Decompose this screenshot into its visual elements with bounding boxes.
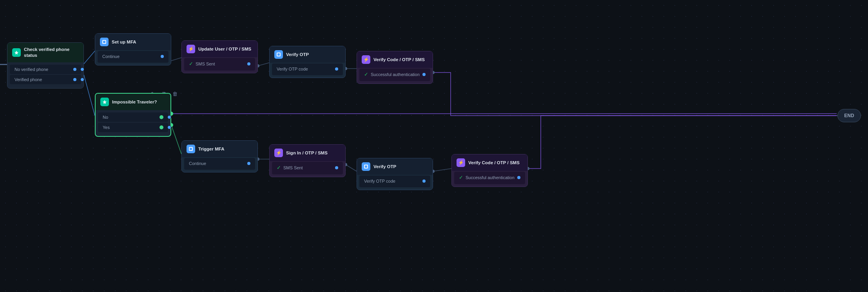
svg-line-3 [84, 75, 95, 116]
node-title: Verify Code / OTP / SMS [468, 160, 520, 166]
node-title: Check verified phone status [24, 47, 79, 58]
connector [517, 176, 520, 179]
svg-rect-22 [103, 41, 105, 43]
impossible-traveler-node[interactable]: Impossible Traveler? No Yes [95, 93, 171, 137]
svg-rect-28 [365, 165, 367, 168]
node-body: ✓ SMS Sent [272, 162, 343, 174]
node-title: Sign In / OTP / SMS [286, 150, 328, 156]
update-user-node[interactable]: ⚡ Update User / OTP / SMS ✓ SMS Sent [181, 40, 258, 73]
check-verified-phone-node[interactable]: Check verified phone status No verified … [7, 42, 84, 89]
node-body: ✓ Successful authentication [359, 69, 430, 81]
connector [335, 67, 338, 71]
connector [422, 73, 426, 76]
svg-rect-24 [277, 53, 280, 56]
svg-line-15 [346, 165, 357, 171]
blue-icon [274, 50, 283, 59]
end-node: END [837, 109, 861, 122]
node-title: Update User / OTP / SMS [198, 46, 251, 52]
connector [159, 125, 163, 129]
purple-icon: ⚡ [187, 45, 195, 53]
connector [161, 55, 164, 58]
verify-otp-top-node[interactable]: Verify OTP Verify OTP code [269, 46, 346, 78]
node-header: Verify OTP [357, 158, 433, 175]
output-no-verified: No verified phone [10, 65, 81, 74]
verify-otp-bottom-node[interactable]: Verify OTP Verify OTP code [357, 158, 433, 190]
status-icon: ✓ [459, 174, 463, 180]
node-header: Set up MFA [95, 34, 171, 50]
blue-icon [100, 38, 109, 46]
node-title: Verify Code / OTP / SMS [373, 57, 425, 63]
output-verified: Verified phone [10, 75, 81, 84]
purple-icon: ⚡ [362, 55, 370, 64]
verify-code-top-node[interactable]: ⚡ Verify Code / OTP / SMS ✓ Successful a… [357, 51, 433, 84]
connector [247, 62, 250, 65]
node-outputs: No verified phone Verified phone [7, 62, 83, 88]
svg-line-2 [84, 51, 95, 64]
setup-mfa-node[interactable]: Set up MFA Continue [95, 33, 171, 65]
node-title: Trigger MFA [198, 146, 224, 152]
connector [73, 68, 76, 71]
node-title: Set up MFA [112, 39, 136, 45]
node-body: Verify OTP code [359, 176, 430, 187]
teal-icon [12, 48, 21, 57]
purple-icon: ⚡ [274, 149, 283, 157]
svg-line-4 [171, 58, 181, 61]
connector [422, 180, 426, 183]
node-header: ⚡ Verify Code / OTP / SMS [452, 154, 527, 171]
node-body: Verify OTP code [272, 63, 343, 75]
signin-node[interactable]: ⚡ Sign In / OTP / SMS ✓ SMS Sent [269, 144, 346, 177]
node-header: Trigger MFA [182, 141, 257, 157]
status-icon: ✓ [364, 71, 368, 77]
blue-icon [187, 145, 195, 153]
node-outputs: No Yes [96, 110, 170, 136]
node-header: ⚡ Update User / OTP / SMS [182, 41, 257, 57]
node-header: ⚡ Sign In / OTP / SMS [270, 145, 345, 161]
node-title: Impossible Traveler? [112, 99, 157, 105]
node-title: Verify OTP [286, 52, 309, 58]
node-body: Continue [98, 51, 169, 63]
svg-line-17 [433, 169, 451, 171]
purple-icon: ⚡ [457, 158, 465, 167]
node-body: Continue [184, 158, 255, 170]
node-header: Check verified phone status [7, 43, 83, 62]
connector [247, 162, 250, 165]
verify-code-bottom-node[interactable]: ⚡ Verify Code / OTP / SMS ✓ Successful a… [451, 154, 528, 187]
output-no: No [98, 112, 168, 122]
node-header: ⚡ Verify Code / OTP / SMS [357, 51, 433, 68]
start-arrow [0, 64, 7, 65]
node-body: ✓ Successful authentication [454, 172, 525, 184]
node-title: Verify OTP [373, 164, 396, 170]
blue-icon [362, 162, 370, 171]
svg-rect-26 [190, 148, 192, 150]
svg-line-11 [171, 125, 181, 154]
node-header: Verify OTP [270, 46, 345, 63]
node-body: ✓ SMS Sent [184, 58, 255, 71]
trigger-mfa-node[interactable]: Trigger MFA Continue [181, 140, 258, 172]
delete-icon[interactable]: 🗑 [170, 89, 179, 98]
status-icon: ✓ [277, 165, 281, 170]
status-icon: ✓ [189, 61, 193, 67]
connector [159, 115, 163, 119]
node-header: Impossible Traveler? [96, 94, 170, 110]
svg-line-5 [258, 63, 269, 66]
teal-icon [100, 98, 109, 106]
connector [73, 78, 76, 81]
output-yes: Yes [98, 123, 168, 132]
connector [335, 166, 338, 169]
